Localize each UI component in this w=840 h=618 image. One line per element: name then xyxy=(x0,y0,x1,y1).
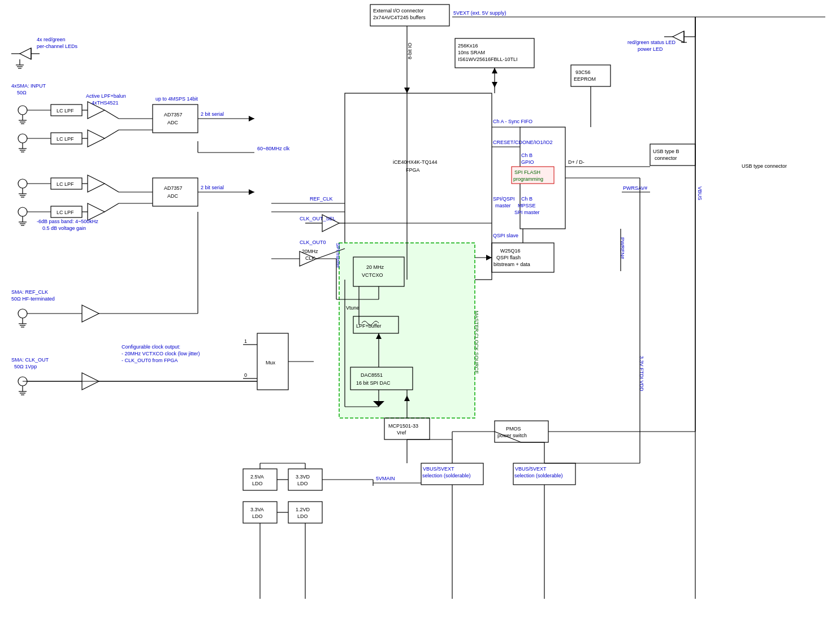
svg-text:LC LPF: LC LPF xyxy=(57,108,74,114)
svg-text:2 bit serial: 2 bit serial xyxy=(201,185,224,190)
svg-text:ADC: ADC xyxy=(167,193,179,199)
svg-text:SPI FLASH: SPI FLASH xyxy=(514,169,540,175)
svg-text:IS61WV25616FBLL-10TLI: IS61WV25616FBLL-10TLI xyxy=(458,56,518,62)
svg-text:SPI/QSPI: SPI/QSPI xyxy=(493,196,515,202)
svg-text:Active LPF+balun: Active LPF+balun xyxy=(86,93,126,99)
svg-text:-6dB pass band: 4~500kHz: -6dB pass band: 4~500kHz xyxy=(37,219,98,224)
svg-text:up to 4MSPS  14bit: up to 4MSPS 14bit xyxy=(155,96,198,102)
svg-text:master: master xyxy=(495,203,511,208)
svg-text:W25Q16: W25Q16 xyxy=(500,248,521,254)
svg-text:2 bit serial: 2 bit serial xyxy=(201,111,224,117)
svg-text:LDO: LDO xyxy=(252,513,263,519)
svg-text:ADC: ADC xyxy=(167,120,179,125)
svg-text:SMA: REF_CLK: SMA: REF_CLK xyxy=(11,289,48,295)
svg-text:FPGA: FPGA xyxy=(406,167,420,173)
svg-text:8-bit IO: 8-bit IO xyxy=(407,42,413,59)
svg-text:USB type connector: USB type connector xyxy=(742,163,787,169)
svg-text:20MHz: 20MHz xyxy=(302,249,318,254)
svg-text:selection (solderable): selection (solderable) xyxy=(422,473,471,478)
svg-text:2.5VA: 2.5VA xyxy=(250,474,264,480)
schematic-diagram: 5VEXT (ext. 5V supply) External I/O conn… xyxy=(0,0,840,618)
svg-text:Vref: Vref xyxy=(397,430,406,436)
svg-text:Mux: Mux xyxy=(266,360,276,365)
svg-text:SPI master: SPI master xyxy=(514,210,540,215)
svg-text:93C56: 93C56 xyxy=(575,69,591,75)
svg-text:1.2VD: 1.2VD xyxy=(296,507,310,512)
svg-text:5VMAIN: 5VMAIN xyxy=(376,476,395,481)
svg-text:0.5 dB voltage gain: 0.5 dB voltage gain xyxy=(42,225,86,231)
svg-text:Vtune: Vtune xyxy=(346,305,360,311)
svg-text:PWRSAV#: PWRSAV# xyxy=(623,185,647,191)
svg-text:50Ω: 50Ω xyxy=(17,90,27,95)
svg-text:Ch A - Sync FIFO: Ch A - Sync FIFO xyxy=(493,119,532,124)
svg-text:connector: connector xyxy=(655,155,677,161)
svg-text:power LED: power LED xyxy=(638,46,663,52)
svg-text:VBUS: VBUS xyxy=(697,186,703,201)
svg-text:50Ω  HF-terminated: 50Ω HF-terminated xyxy=(11,296,55,302)
svg-text:D+ / D-: D+ / D- xyxy=(568,159,584,165)
svg-text:CRESET/CDONE/IO1/IO2: CRESET/CDONE/IO1/IO2 xyxy=(493,140,553,145)
svg-text:Configurable clock output:: Configurable clock output: xyxy=(122,344,180,350)
svg-text:- 20MHz VCTXCO clock (low jitt: - 20MHz VCTXCO clock (low jitter) xyxy=(122,351,200,356)
svg-text:QSPI slave: QSPI slave xyxy=(493,233,518,238)
svg-text:selection (solderable): selection (solderable) xyxy=(514,473,563,478)
svg-text:programming: programming xyxy=(513,176,543,182)
svg-text:256Kx16: 256Kx16 xyxy=(458,43,478,49)
svg-text:- CLK_OUT0 from FPGA: - CLK_OUT0 from FPGA xyxy=(122,358,178,363)
svg-text:LDO: LDO xyxy=(297,513,308,519)
svg-text:4xTHS4521: 4xTHS4521 xyxy=(92,100,119,106)
svg-text:power switch: power switch xyxy=(497,433,527,438)
svg-text:VCTCXO: VCTCXO xyxy=(362,272,383,278)
svg-text:50Ω  1Vpp: 50Ω 1Vpp xyxy=(14,364,37,369)
svg-text:LPF+buffer: LPF+buffer xyxy=(356,323,382,329)
svg-text:LC LPF: LC LPF xyxy=(57,136,74,142)
svg-text:2x74AVC4T245 buffers: 2x74AVC4T245 buffers xyxy=(373,15,426,20)
svg-text:3.3VA: 3.3VA xyxy=(250,507,264,512)
svg-text:per-channel LEDs: per-channel LEDs xyxy=(37,43,78,49)
svg-text:VBUS/5VEXT: VBUS/5VEXT xyxy=(423,466,454,472)
svg-text:EEPROM: EEPROM xyxy=(574,76,596,82)
svg-text:4x red/green: 4x red/green xyxy=(37,37,66,42)
svg-text:REF_CLK: REF_CLK xyxy=(310,196,333,202)
svg-text:MASTER CLOCK SOURCE: MASTER CLOCK SOURCE xyxy=(474,311,479,374)
svg-text:0: 0 xyxy=(244,372,247,378)
svg-text:LDO: LDO xyxy=(252,481,263,486)
svg-text:DAC8551: DAC8551 xyxy=(361,372,383,378)
svg-text:60~80MHz clk: 60~80MHz clk xyxy=(257,146,290,151)
svg-text:AD7357: AD7357 xyxy=(164,112,183,117)
svg-text:GPIO: GPIO xyxy=(521,159,534,165)
svg-text:Ch B: Ch B xyxy=(521,153,532,158)
svg-text:20 MHz: 20 MHz xyxy=(366,264,384,270)
svg-text:MPSSE: MPSSE xyxy=(518,203,536,208)
svg-text:LC LPF: LC LPF xyxy=(57,210,74,215)
svg-text:5VEXT (ext. 5V supply): 5VEXT (ext. 5V supply) xyxy=(453,10,506,16)
svg-text:PMOS: PMOS xyxy=(506,426,521,432)
svg-text:MCP1501-33: MCP1501-33 xyxy=(388,423,418,429)
svg-text:10ns SRAM: 10ns SRAM xyxy=(458,50,485,55)
svg-text:USB type B: USB type B xyxy=(653,149,679,154)
svg-text:red/green status LED: red/green status LED xyxy=(627,40,676,45)
svg-text:LC LPF: LC LPF xyxy=(57,181,74,187)
svg-text:CLK_OUT0: CLK_OUT0 xyxy=(300,240,326,245)
svg-text:1: 1 xyxy=(244,338,247,344)
svg-text:bitstream + data: bitstream + data xyxy=(493,262,530,267)
svg-text:AD7357: AD7357 xyxy=(164,185,183,191)
svg-text:SMA: CLK_OUT: SMA: CLK_OUT xyxy=(11,357,49,363)
svg-text:Ch B: Ch B xyxy=(521,196,532,202)
svg-text:3.3VD: 3.3VD xyxy=(296,474,310,480)
svg-text:CLK: CLK xyxy=(305,255,315,261)
svg-text:External I/O connector: External I/O connector xyxy=(373,8,424,14)
svg-text:LDO: LDO xyxy=(297,481,308,486)
svg-text:4xSMA: INPUT: 4xSMA: INPUT xyxy=(11,83,46,89)
svg-text:16 bit SPI DAC: 16 bit SPI DAC xyxy=(356,380,391,386)
svg-text:iCE40HX4K-TQ144: iCE40HX4K-TQ144 xyxy=(393,159,438,165)
svg-text:VBUS/5VEXT: VBUS/5VEXT xyxy=(515,466,547,472)
svg-text:QSPI flash: QSPI flash xyxy=(496,255,521,260)
